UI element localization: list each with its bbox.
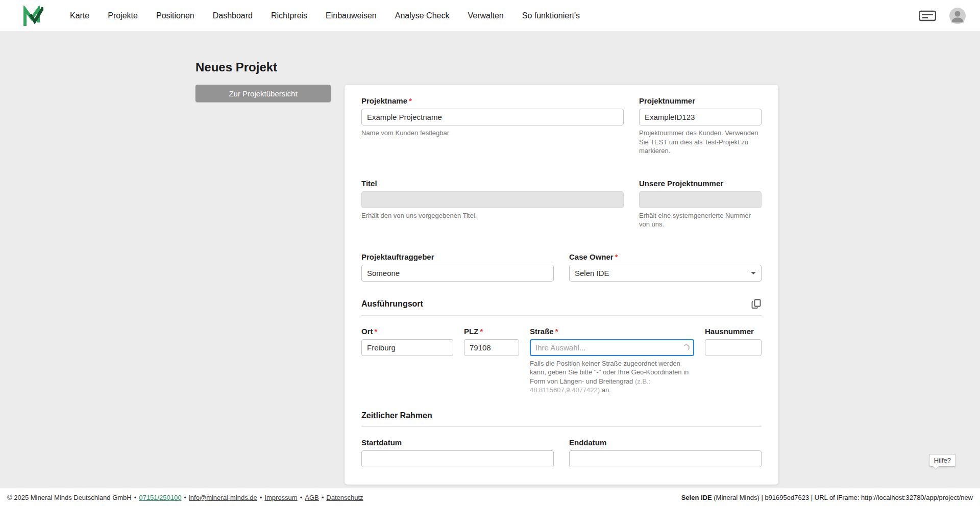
nav-item-richtpreis[interactable]: Richtpreis xyxy=(271,11,307,20)
strasse-input[interactable] xyxy=(530,339,694,356)
projektname-label: Projektname* xyxy=(361,96,624,105)
unsere-projektnummer-label: Unsere Projektnummer xyxy=(639,179,762,188)
projektnummer-helper: Projektnummer des Kunden. Verwenden Sie … xyxy=(639,129,762,156)
nav-item-verwalten[interactable]: Verwalten xyxy=(468,11,503,20)
projektname-input[interactable] xyxy=(361,109,624,125)
projektauftraggeber-input[interactable] xyxy=(361,265,554,282)
unsere-projektnummer-input xyxy=(639,191,762,208)
impressum-link[interactable]: Impressum xyxy=(264,494,297,501)
nav-item-karte[interactable]: Karte xyxy=(70,11,89,20)
top-navbar: Karte Projekte Positionen Dashboard Rich… xyxy=(0,0,980,31)
footer-copyright: © 2025 Mineral Minds Deutschland GmbH xyxy=(7,494,132,501)
strasse-label: Straße* xyxy=(530,327,694,336)
projektnummer-label: Projektnummer xyxy=(639,96,762,105)
navbar-actions xyxy=(919,8,966,24)
titel-label: Titel xyxy=(361,179,624,188)
case-owner-label: Case Owner* xyxy=(569,252,762,261)
project-form-card: Projektname* Name vom Kunden festlegbar … xyxy=(345,85,778,485)
section-zeitlicher-rahmen-title: Zeitlicher Rahmen xyxy=(361,411,432,420)
nav-item-analyse-check[interactable]: Analyse Check xyxy=(395,11,450,20)
case-owner-select[interactable]: Selen IDE xyxy=(569,265,762,282)
phone-link[interactable]: 07151/250100 xyxy=(139,494,181,501)
page-title: Neues Projekt xyxy=(195,60,980,74)
app-logo[interactable] xyxy=(23,6,43,26)
case-owner-value: Selen IDE xyxy=(575,269,609,277)
ort-input[interactable] xyxy=(361,339,453,356)
footer-session-info: Selen IDE (Mineral Minds) | b91695ed7623… xyxy=(681,494,973,501)
user-avatar[interactable] xyxy=(949,8,966,24)
startdatum-label: Startdatum xyxy=(361,438,554,447)
enddatum-input[interactable] xyxy=(569,450,762,467)
footer-links: © 2025 Mineral Minds Deutschland GmbH • … xyxy=(7,494,363,501)
projektnummer-input[interactable] xyxy=(639,109,762,125)
help-button[interactable]: Hilfe? xyxy=(929,454,956,467)
required-asterisk: * xyxy=(409,96,412,105)
titel-input xyxy=(361,191,624,208)
required-asterisk: * xyxy=(555,327,558,336)
section-ausfuehrungsort-title: Ausführungsort xyxy=(361,299,423,309)
datenschutz-link[interactable]: Datenschutz xyxy=(326,494,363,501)
required-asterisk: * xyxy=(480,327,483,336)
titel-helper: Erhält den von uns vorgegebenen Titel. xyxy=(361,211,624,220)
hausnummer-label: Hausnummer xyxy=(705,327,762,336)
strasse-helper: Falls die Position keiner Straße zugeord… xyxy=(530,359,694,395)
nav-item-einbauweisen[interactable]: Einbauweisen xyxy=(326,11,377,20)
hausnummer-input[interactable] xyxy=(705,339,762,356)
section-divider xyxy=(361,315,762,316)
plz-label: PLZ* xyxy=(464,327,519,336)
back-to-overview-button[interactable]: Zur Projektübersicht xyxy=(195,85,331,102)
enddatum-label: Enddatum xyxy=(569,438,762,447)
plz-input[interactable] xyxy=(464,339,519,356)
required-asterisk: * xyxy=(615,252,618,261)
main-content: Neues Projekt Zur Projektübersicht Proje… xyxy=(0,60,980,507)
section-divider xyxy=(361,426,762,427)
required-asterisk: * xyxy=(375,327,378,336)
loading-spinner-icon xyxy=(683,344,690,351)
projektauftraggeber-label: Projektauftraggeber xyxy=(361,252,554,261)
footer: © 2025 Mineral Minds Deutschland GmbH • … xyxy=(0,488,980,507)
devices-icon[interactable] xyxy=(919,10,936,22)
copy-icon[interactable] xyxy=(751,299,762,309)
session-user: Selen IDE xyxy=(681,494,712,501)
email-link[interactable]: info@mineral-minds.de xyxy=(189,494,257,501)
projektname-helper: Name vom Kunden festlegbar xyxy=(361,129,624,138)
nav-item-positionen[interactable]: Positionen xyxy=(156,11,194,20)
startdatum-input[interactable] xyxy=(361,450,554,467)
nav-item-projekte[interactable]: Projekte xyxy=(108,11,138,20)
unsere-projektnummer-helper: Erhält eine systemgenerierte Nummer von … xyxy=(639,211,762,229)
main-nav: Karte Projekte Positionen Dashboard Rich… xyxy=(70,11,580,20)
ort-label: Ort* xyxy=(361,327,453,336)
agb-link[interactable]: AGB xyxy=(305,494,318,501)
nav-item-so-funktionierts[interactable]: So funktioniert's xyxy=(522,11,580,20)
session-details: (Mineral Minds) | b91695ed7623 | URL of … xyxy=(712,494,973,501)
nav-item-dashboard[interactable]: Dashboard xyxy=(213,11,253,20)
chevron-down-icon xyxy=(751,272,756,274)
